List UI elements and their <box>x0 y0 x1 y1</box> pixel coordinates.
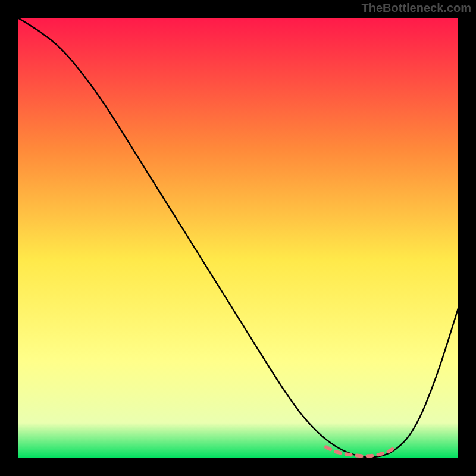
chart-container: TheBottleneck.com <box>0 0 476 476</box>
plot-area <box>18 18 458 458</box>
gradient-background <box>18 18 458 458</box>
chart-svg <box>18 18 458 458</box>
watermark-text: TheBottleneck.com <box>362 1 471 15</box>
